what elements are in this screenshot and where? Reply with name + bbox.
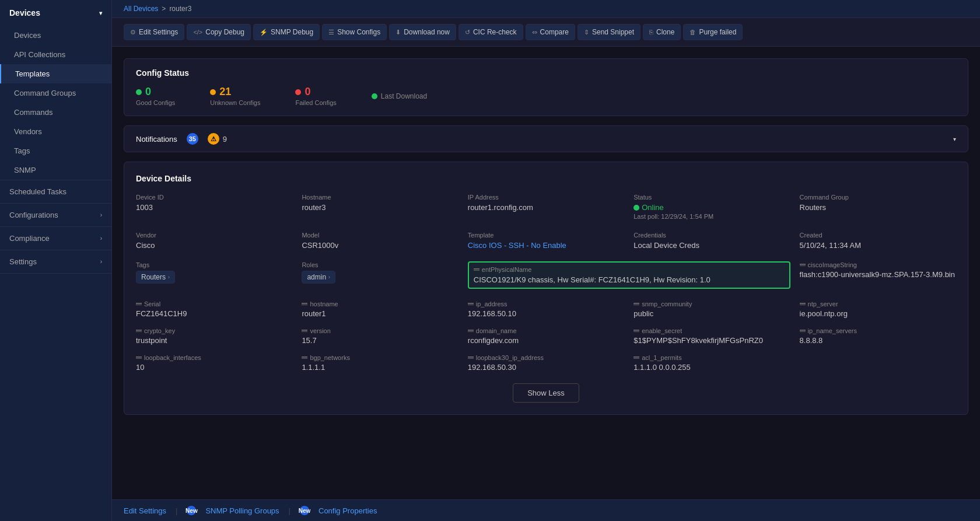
unknown-configs-value: 21 bbox=[219, 86, 231, 98]
var-acl-permits: acl_1_permits 1.1.1.0 0.0.0.255 bbox=[634, 354, 790, 372]
vendor-value: Cisco bbox=[136, 241, 292, 250]
var-lines-icon bbox=[634, 303, 639, 305]
compare-icon: ⇔ bbox=[532, 29, 537, 36]
tags-field: Tags Routers › bbox=[136, 261, 292, 289]
vendor-field: Vendor Cisco bbox=[136, 232, 292, 250]
created-field: Created 5/10/24, 11:34 AM bbox=[800, 232, 956, 250]
clone-button[interactable]: ⎘ Clone bbox=[643, 24, 681, 40]
sidebar-item-devices[interactable]: Devices bbox=[0, 26, 111, 45]
download-icon: ⬇ bbox=[396, 29, 401, 36]
sidebar-devices-header[interactable]: Devices ▾ bbox=[0, 0, 111, 26]
info-badge: 35 bbox=[187, 133, 198, 145]
cic-recheck-button[interactable]: ↺ CIC Re-check bbox=[459, 24, 523, 40]
var-crypto-key-value: trustpoint bbox=[136, 336, 292, 345]
notifications-label: Notifications bbox=[136, 135, 177, 144]
model-field: Model CSR1000v bbox=[302, 232, 458, 250]
bottom-tabs: Edit Settings | New SNMP Polling Groups … bbox=[112, 499, 980, 521]
var-ip-address: ip_address 192.168.50.10 bbox=[468, 300, 624, 318]
chevron-right-icon: › bbox=[100, 212, 102, 218]
ip-value: router1.rconfig.com bbox=[468, 203, 624, 212]
chevron-down-icon: ▾ bbox=[99, 10, 102, 16]
good-dot-icon bbox=[136, 89, 142, 95]
var-version-value: 15.7 bbox=[302, 336, 458, 345]
var-version: version 15.7 bbox=[302, 327, 458, 345]
sidebar-item-settings[interactable]: Settings › bbox=[0, 250, 111, 273]
var-lines-icon bbox=[474, 268, 480, 271]
sidebar-item-tags[interactable]: Tags bbox=[0, 141, 111, 160]
sidebar-item-command-groups[interactable]: Command Groups bbox=[0, 83, 111, 103]
tag-chevron-icon: › bbox=[168, 274, 170, 280]
var-hostname: hostname router1 bbox=[302, 300, 458, 318]
device-details-grid: Device ID 1003 Hostname router3 IP Addre… bbox=[136, 194, 956, 289]
var-lines-icon bbox=[136, 303, 142, 305]
var-lines-icon bbox=[302, 330, 307, 332]
var-snmp-community: snmp_community public bbox=[634, 300, 790, 318]
purge-failed-button[interactable]: 🗑 Purge failed bbox=[683, 24, 743, 40]
role-chevron-icon: › bbox=[328, 274, 330, 280]
sidebar-item-scheduled-tasks[interactable]: Scheduled Tasks bbox=[0, 180, 111, 203]
tag-routers[interactable]: Routers › bbox=[136, 271, 175, 284]
show-less-button[interactable]: Show Less bbox=[513, 383, 579, 403]
role-admin[interactable]: admin › bbox=[302, 271, 335, 284]
var-lines-icon bbox=[136, 330, 142, 332]
bottom-edit-settings[interactable]: Edit Settings bbox=[124, 506, 166, 515]
var-enable-secret-value: $1$PYMP$ShFY8kvekfirjMFGsPnRZ0 bbox=[634, 336, 790, 345]
bottom-snmp-groups[interactable]: SNMP Polling Groups bbox=[205, 506, 279, 515]
warn-icon: ⚠ bbox=[208, 133, 219, 145]
snmp-icon: ⚡ bbox=[260, 29, 268, 36]
var-lines-icon bbox=[302, 356, 307, 359]
unknown-configs-label: Unknown Configs bbox=[210, 99, 260, 106]
gear-icon: ⚙ bbox=[130, 29, 136, 36]
template-field: Template Cisco IOS - SSH - No Enable bbox=[468, 232, 624, 250]
roles-list: admin › bbox=[302, 271, 458, 284]
breadcrumb: All Devices > router3 bbox=[112, 0, 980, 18]
var-ciscoImageString-value: flash:c1900-universalk9-mz.SPA.157-3.M9.… bbox=[800, 270, 956, 279]
warning-icon bbox=[210, 89, 216, 95]
status-field: Status Online Last poll: 12/29/24, 1:54 … bbox=[634, 194, 790, 220]
warn-count: 9 bbox=[223, 135, 227, 144]
sidebar-item-compliance[interactable]: Compliance › bbox=[0, 227, 111, 250]
var-lines-icon bbox=[634, 330, 639, 332]
var-lines-icon bbox=[800, 264, 806, 266]
config-new-badge: New bbox=[300, 506, 309, 515]
snmp-debug-button[interactable]: ⚡ SNMP Debug bbox=[253, 24, 320, 40]
sidebar-item-commands[interactable]: Commands bbox=[0, 103, 111, 122]
var-lines-icon bbox=[136, 356, 142, 359]
online-status-icon bbox=[634, 205, 639, 211]
hostname-value: router3 bbox=[302, 203, 458, 212]
sidebar-item-configurations[interactable]: Configurations › bbox=[0, 204, 111, 226]
config-status-grid: 0 Good Configs 21 Unknown Configs 0 bbox=[136, 86, 956, 106]
credentials-value: Local Device Creds bbox=[634, 241, 790, 250]
highlighted-var-field: entPhysicalName CISCO1921/K9 chassis, Hw… bbox=[468, 261, 790, 289]
var-lines-icon bbox=[468, 330, 474, 332]
copy-debug-button[interactable]: </> Copy Debug bbox=[187, 24, 251, 40]
vars-grid: Serial FCZ1641C1H9 hostname router1 bbox=[136, 300, 956, 372]
download-now-button[interactable]: ⬇ Download now bbox=[389, 24, 456, 40]
var-serial: Serial FCZ1641C1H9 bbox=[136, 300, 292, 318]
notifications-chevron-icon[interactable]: ▾ bbox=[953, 136, 956, 142]
hostname-field: Hostname router3 bbox=[302, 194, 458, 220]
trash-icon: 🗑 bbox=[690, 29, 696, 36]
breadcrumb-parent[interactable]: All Devices bbox=[124, 5, 158, 13]
edit-settings-button[interactable]: ⚙ Edit Settings bbox=[124, 24, 184, 40]
sidebar-item-api-collections[interactable]: API Collections bbox=[0, 45, 111, 64]
show-configs-button[interactable]: ☰ Show Configs bbox=[322, 24, 387, 40]
sidebar-item-templates[interactable]: Templates bbox=[0, 64, 111, 83]
bottom-config-properties[interactable]: Config Properties bbox=[318, 506, 377, 515]
send-snippet-button[interactable]: ⇕ Send Snippet bbox=[578, 24, 640, 40]
var-bgp-networks-value: 1.1.1.1 bbox=[302, 363, 458, 372]
download-status-icon bbox=[372, 93, 377, 99]
var-loopback-interfaces-value: 10 bbox=[136, 363, 292, 372]
device-id-value: 1003 bbox=[136, 203, 292, 212]
var-ntp-server-value: ie.pool.ntp.org bbox=[800, 309, 956, 318]
error-icon bbox=[295, 89, 301, 95]
template-value[interactable]: Cisco IOS - SSH - No Enable bbox=[468, 241, 624, 250]
device-details-panel: Device Details Device ID 1003 Hostname r… bbox=[124, 162, 968, 415]
sidebar-item-vendors[interactable]: Vendors bbox=[0, 122, 111, 141]
var-ip-name-servers-value: 8.8.8.8 bbox=[800, 336, 956, 345]
sidebar-title: Devices bbox=[9, 8, 40, 18]
unknown-configs-stat: 21 Unknown Configs bbox=[210, 86, 260, 106]
compare-button[interactable]: ⇔ Compare bbox=[526, 24, 575, 40]
sidebar-item-snmp[interactable]: SNMP bbox=[0, 160, 111, 180]
var-lines-icon bbox=[468, 303, 474, 305]
